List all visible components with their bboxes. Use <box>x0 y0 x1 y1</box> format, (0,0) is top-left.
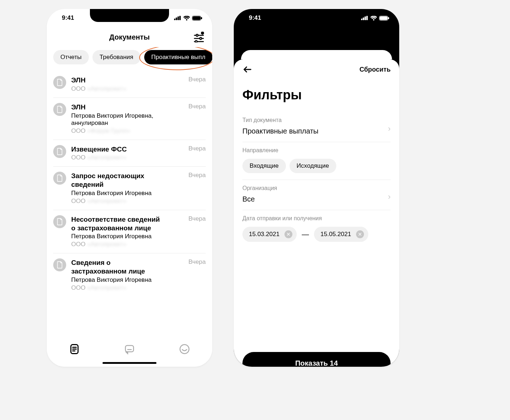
date-to-chip[interactable]: 15.05.2021 ✕ <box>314 227 368 242</box>
status-icons <box>174 16 202 21</box>
sheet-header: Сбросить <box>242 59 391 80</box>
document-row[interactable]: ЭЛН ООО «Автопроект» Вчера <box>53 71 206 98</box>
home-indicator <box>103 362 156 364</box>
row-date: Вчера <box>188 103 206 135</box>
row-title: Извещение ФСС <box>71 145 165 154</box>
documents-list[interactable]: ЭЛН ООО «Автопроект» Вчера ЭЛН Петрова В… <box>47 71 212 297</box>
status-icons <box>361 16 389 21</box>
sheet-peek <box>241 50 392 59</box>
row-date: Вчера <box>188 215 206 248</box>
date-from-value: 15.03.2021 <box>249 231 279 238</box>
battery-icon <box>379 16 389 21</box>
chat-icon <box>124 344 135 354</box>
row-organization: ООО «Автопроект» <box>71 85 183 92</box>
row-content: ЭЛН Петрова Виктория Игоревна, аннулиров… <box>71 103 183 135</box>
row-content: Несоответствие сведений о застрахованном… <box>71 215 183 248</box>
svg-rect-22 <box>363 18 364 20</box>
organization-value: Все <box>242 195 391 203</box>
apply-filters-button[interactable]: Показать 14 <box>242 352 391 367</box>
row-content: Извещение ФСС ООО «Автопроект» <box>71 145 183 162</box>
svg-rect-24 <box>366 16 368 20</box>
row-title: Несоответствие сведений о застрахованном… <box>71 215 165 232</box>
phone-documents-list: 9:41 Документы Отчеты Требования Проакти… <box>47 9 212 367</box>
status-time: 9:41 <box>62 14 74 22</box>
tab-documents[interactable] <box>67 342 82 357</box>
device-notch <box>277 9 356 22</box>
row-date: Вчера <box>188 258 206 292</box>
svg-rect-2 <box>178 17 179 20</box>
device-notch <box>90 9 169 22</box>
wifi-icon <box>183 16 190 21</box>
organization-label: Организация <box>242 185 391 191</box>
filter-chips: Отчеты Требования Проактивные выпл <box>47 47 212 71</box>
reset-button[interactable]: Сбросить <box>359 66 391 73</box>
filter-direction: Направление Входящие Исходящие <box>242 142 391 180</box>
row-title: ЭЛН <box>71 103 165 112</box>
sheet-backdrop <box>234 27 399 59</box>
row-organization: ООО «Автопроект» <box>71 198 183 205</box>
row-title: Сведения о застрахованном лице <box>71 258 165 276</box>
row-organization: ООО «Автопроект» <box>71 154 183 161</box>
date-to-value: 15.05.2021 <box>320 231 351 238</box>
back-button[interactable] <box>242 64 252 74</box>
smile-icon <box>179 344 190 354</box>
clear-date-from-button[interactable]: ✕ <box>284 230 292 238</box>
arrow-left-icon <box>242 64 252 74</box>
svg-rect-26 <box>380 17 387 20</box>
document-icon <box>53 76 66 89</box>
date-from-chip[interactable]: 15.03.2021 ✕ <box>242 227 297 242</box>
svg-rect-3 <box>179 16 181 20</box>
signal-icon <box>174 16 181 20</box>
document-icon <box>69 344 80 354</box>
row-date: Вчера <box>188 145 206 162</box>
chip-reports[interactable]: Отчеты <box>53 50 89 64</box>
doc-type-value: Проактивные выплаты <box>242 127 391 135</box>
direction-incoming-chip[interactable]: Входящие <box>242 159 286 173</box>
document-icon <box>53 145 66 158</box>
sheet-title: Фильтры <box>242 87 391 103</box>
row-organization: ООО «Форум Групп» <box>71 127 183 135</box>
svg-point-9 <box>196 34 198 36</box>
document-row[interactable]: Сведения о застрахованном лице Петрова В… <box>53 253 206 297</box>
date-label: Дата отправки или получения <box>242 215 391 222</box>
svg-rect-18 <box>126 346 134 352</box>
svg-point-7 <box>201 32 204 35</box>
document-icon <box>53 103 66 116</box>
document-row[interactable]: ЭЛН Петрова Виктория Игоревна, аннулиров… <box>53 98 206 140</box>
filter-doc-type[interactable]: Тип документа Проактивные выплаты › <box>242 112 391 142</box>
chip-proactive-payouts[interactable]: Проактивные выпл <box>144 50 213 64</box>
chip-proactive-label: Проактивные выпл <box>151 54 206 60</box>
document-row[interactable]: Запрос недостающих сведений Петрова Викт… <box>53 167 206 210</box>
svg-rect-27 <box>388 17 389 19</box>
signal-icon <box>361 16 368 20</box>
tab-profile[interactable] <box>177 342 192 357</box>
document-icon <box>53 172 66 185</box>
direction-outgoing-chip[interactable]: Исходящие <box>290 159 336 173</box>
row-subtitle: Петрова Виктория Игоревна <box>71 233 183 240</box>
document-row[interactable]: Извещение ФСС ООО «Автопроект» Вчера <box>53 140 206 167</box>
page-title: Документы <box>109 33 150 41</box>
chip-requirements[interactable]: Требования <box>92 50 141 64</box>
row-content: ЭЛН ООО «Автопроект» <box>71 76 183 92</box>
document-row[interactable]: Несоответствие сведений о застрахованном… <box>53 210 206 254</box>
status-time: 9:41 <box>249 14 261 22</box>
row-organization: ООО «Автопроект» <box>71 284 183 292</box>
direction-label: Направление <box>242 147 391 154</box>
svg-point-13 <box>195 41 197 42</box>
row-subtitle: Петрова Виктория Игоревна <box>71 276 183 284</box>
row-subtitle: Петрова Виктория Игоревна <box>71 190 183 197</box>
filter-organization[interactable]: Организация Все › <box>242 180 391 210</box>
svg-rect-21 <box>361 19 362 20</box>
battery-icon <box>192 16 202 21</box>
wifi-icon <box>370 16 377 21</box>
svg-rect-23 <box>365 17 366 20</box>
svg-rect-6 <box>201 17 202 19</box>
clear-date-to-button[interactable]: ✕ <box>356 230 364 238</box>
row-subtitle: Петрова Виктория Игоревна, аннулирован <box>71 112 183 127</box>
chevron-right-icon: › <box>388 192 391 202</box>
document-icon <box>53 215 66 228</box>
tab-chats[interactable] <box>122 342 137 357</box>
row-content: Сведения о застрахованном лице Петрова В… <box>71 258 183 292</box>
filter-toggle-button[interactable] <box>193 32 204 42</box>
row-title: Запрос недостающих сведений <box>71 172 165 189</box>
